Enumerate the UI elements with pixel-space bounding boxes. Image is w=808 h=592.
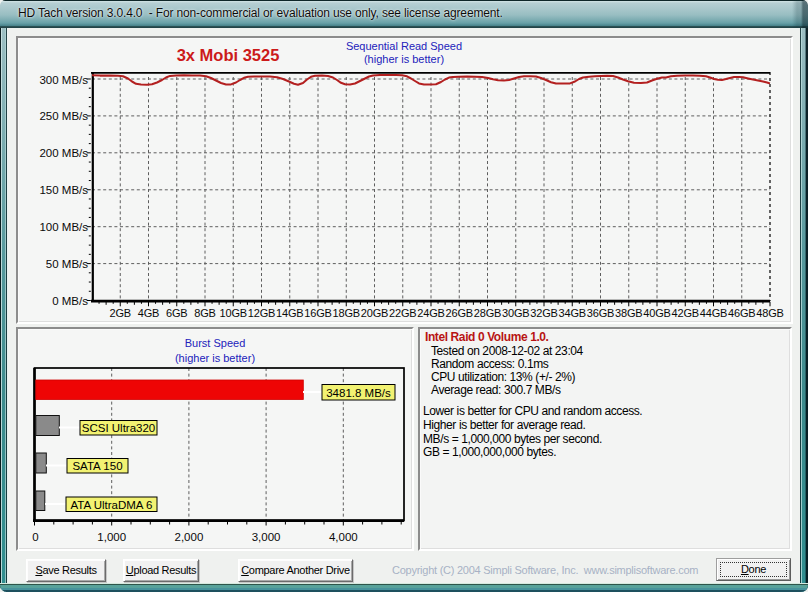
svg-text:38GB: 38GB [615, 307, 642, 319]
svg-text:6GB: 6GB [166, 307, 187, 319]
svg-text:46GB: 46GB [728, 307, 755, 319]
svg-text:1,000: 1,000 [97, 531, 126, 543]
svg-text:Sequential Read Speed: Sequential Read Speed [346, 40, 462, 52]
svg-text:250 MB/s: 250 MB/s [39, 110, 88, 122]
svg-text:SCSI Ultra320: SCSI Ultra320 [82, 422, 156, 434]
svg-text:3x Mobi 3525: 3x Mobi 3525 [177, 46, 280, 64]
svg-text:48GB: 48GB [756, 307, 783, 319]
svg-text:4GB: 4GB [138, 307, 159, 319]
svg-text:14GB: 14GB [276, 307, 303, 319]
svg-text:3,000: 3,000 [252, 531, 281, 543]
svg-text:(higher is better): (higher is better) [175, 352, 255, 364]
svg-text:12GB: 12GB [248, 307, 275, 319]
svg-text:40GB: 40GB [643, 307, 670, 319]
svg-text:2,000: 2,000 [175, 531, 204, 543]
svg-text:Burst Speed: Burst Speed [185, 337, 246, 349]
svg-text:30GB: 30GB [502, 307, 529, 319]
svg-text:36GB: 36GB [587, 307, 614, 319]
svg-text:18GB: 18GB [333, 307, 360, 319]
svg-text:3481.8 MB/s: 3481.8 MB/s [326, 387, 391, 399]
svg-text:(higher is better): (higher is better) [364, 53, 444, 65]
svg-text:200 MB/s: 200 MB/s [39, 147, 88, 159]
svg-text:4,000: 4,000 [329, 531, 358, 543]
svg-text:8GB: 8GB [194, 307, 215, 319]
svg-text:20GB: 20GB [361, 307, 388, 319]
svg-text:300 MB/s: 300 MB/s [39, 74, 88, 86]
svg-text:16GB: 16GB [304, 307, 331, 319]
svg-text:24GB: 24GB [417, 307, 444, 319]
svg-text:0: 0 [32, 531, 38, 543]
svg-text:50 MB/s: 50 MB/s [46, 258, 88, 270]
svg-text:22GB: 22GB [389, 307, 416, 319]
svg-text:42GB: 42GB [672, 307, 699, 319]
svg-text:34GB: 34GB [559, 307, 586, 319]
svg-text:150 MB/s: 150 MB/s [39, 184, 88, 196]
svg-text:32GB: 32GB [530, 307, 557, 319]
svg-text:ATA UltraDMA 6: ATA UltraDMA 6 [70, 499, 152, 511]
svg-text:26GB: 26GB [446, 307, 473, 319]
svg-text:28GB: 28GB [474, 307, 501, 319]
svg-text:SATA 150: SATA 150 [72, 460, 122, 472]
svg-text:100 MB/s: 100 MB/s [39, 221, 88, 233]
svg-text:2GB: 2GB [110, 307, 131, 319]
svg-text:10GB: 10GB [220, 307, 247, 319]
svg-text:0 MB/s: 0 MB/s [52, 295, 88, 307]
svg-text:44GB: 44GB [700, 307, 727, 319]
